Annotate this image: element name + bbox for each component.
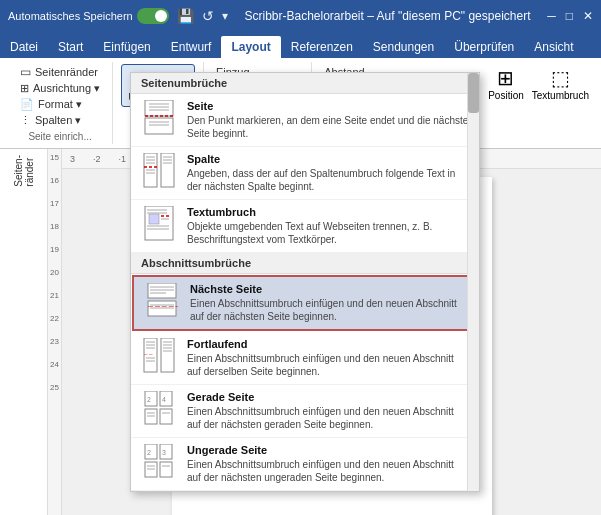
seitenraender-sidebar-icon: Seiten-ränder bbox=[13, 155, 35, 187]
svg-text:4: 4 bbox=[162, 396, 166, 403]
autosave-label: Automatisches Speichern bbox=[8, 10, 133, 22]
window-title: Scribbr-Bachelorarbeit – Auf "diesem PC"… bbox=[236, 9, 540, 23]
close-icon[interactable]: ✕ bbox=[583, 9, 593, 23]
tab-datei[interactable]: Datei bbox=[0, 36, 48, 58]
naechste-seite-title: Nächste Seite bbox=[190, 283, 466, 295]
scrollbar-thumb[interactable] bbox=[468, 73, 479, 113]
spalten-icon: ⋮ bbox=[20, 114, 31, 127]
position-icon: ⊞ bbox=[497, 66, 514, 90]
textumbruch-title: Textumbruch bbox=[187, 206, 469, 218]
vertical-ruler: 15 16 17 18 19 20 21 22 23 24 25 bbox=[48, 149, 62, 515]
svg-text:─ ─ ─ ─ ─: ─ ─ ─ ─ ─ bbox=[147, 303, 178, 310]
spalte-icon bbox=[141, 153, 177, 189]
ribbon-group-seite: ▭ Seitenränder ⊞ Ausrichtung ▾ 📄 Format … bbox=[8, 62, 113, 144]
svg-text:─ ─: ─ ─ bbox=[143, 351, 153, 357]
seitenraender-label: Seitenränder bbox=[35, 66, 98, 78]
undo-icon[interactable]: ↺ bbox=[202, 8, 214, 24]
seite-desc: Den Punkt markieren, an dem eine Seite e… bbox=[187, 114, 469, 140]
seite-title: Seite bbox=[187, 100, 469, 112]
svg-rect-54 bbox=[160, 409, 172, 424]
sidebar-seitenraender[interactable]: Seiten-ränder bbox=[0, 153, 47, 189]
spalte-title: Spalte bbox=[187, 153, 469, 165]
minimize-icon[interactable]: ─ bbox=[547, 9, 556, 23]
ausrichtung-label: Ausrichtung ▾ bbox=[33, 82, 100, 95]
save-icon[interactable]: 💾 bbox=[177, 8, 194, 24]
tab-referenzen[interactable]: Referenzen bbox=[281, 36, 363, 58]
arrange-group: ⊞ Position ⬚ Textumbruch bbox=[484, 62, 593, 105]
textumbruch-btn[interactable]: ⬚ Textumbruch bbox=[532, 66, 589, 101]
dropdown-item-naechste-seite[interactable]: ─ ─ ─ ─ ─ Nächste Seite Einen Abschnitts… bbox=[132, 275, 478, 331]
svg-rect-20 bbox=[149, 214, 159, 224]
tab-start[interactable]: Start bbox=[48, 36, 93, 58]
seitenumbrueche-section-title: Seitenumbrüche bbox=[131, 73, 479, 94]
gerade-seite-icon: 2 4 bbox=[141, 391, 177, 427]
group-label-seite: Seite einrich... bbox=[28, 131, 91, 142]
fortlaufend-title: Fortlaufend bbox=[187, 338, 469, 350]
sidebar: Seiten-ränder bbox=[0, 149, 48, 515]
svg-rect-63 bbox=[160, 462, 172, 477]
umbrueche-dropdown: Seitenumbrüche Seite Den Punkt markieren… bbox=[130, 72, 480, 492]
dropdown-item-spalte[interactable]: Spalte Angeben, dass der auf den Spalten… bbox=[131, 147, 479, 200]
abschnittsumbrueche-section-title: Abschnittsumbrüche bbox=[131, 253, 479, 274]
ausrichtung-btn[interactable]: ⊞ Ausrichtung ▾ bbox=[16, 81, 104, 96]
tab-layout[interactable]: Layout bbox=[221, 36, 280, 58]
tab-ueberpruefen[interactable]: Überprüfen bbox=[444, 36, 524, 58]
autosave-area: Automatisches Speichern bbox=[8, 8, 169, 24]
gerade-seite-text: Gerade Seite Einen Abschnittsumbruch ein… bbox=[187, 391, 469, 431]
svg-rect-0 bbox=[145, 100, 173, 116]
spalte-desc: Angeben, dass der auf den Spaltenumbruch… bbox=[187, 167, 469, 193]
fortlaufend-desc: Einen Abschnittsumbruch einfügen und den… bbox=[187, 352, 469, 378]
textumbruch-icon: ⬚ bbox=[551, 66, 570, 90]
format-label: Format ▾ bbox=[38, 98, 82, 111]
fortlaufend-text: Fortlaufend Einen Abschnittsumbruch einf… bbox=[187, 338, 469, 378]
svg-text:3: 3 bbox=[162, 449, 166, 456]
window-controls: ─ □ ✕ bbox=[547, 9, 593, 23]
svg-text:2: 2 bbox=[147, 449, 151, 456]
maximize-icon[interactable]: □ bbox=[566, 9, 573, 23]
tab-entwurf[interactable]: Entwurf bbox=[161, 36, 222, 58]
tab-ansicht[interactable]: Ansicht bbox=[524, 36, 583, 58]
ausrichtung-icon: ⊞ bbox=[20, 82, 29, 95]
ungerade-seite-desc: Einen Abschnittsumbruch einfügen und den… bbox=[187, 458, 469, 484]
autosave-toggle[interactable] bbox=[137, 8, 169, 24]
dropdown-item-ungerade-seite[interactable]: 2 3 Ungerade Seite Einen Abschnittsumbru… bbox=[131, 438, 479, 491]
customize-icon[interactable]: ▾ bbox=[222, 9, 228, 23]
svg-rect-2 bbox=[145, 118, 173, 134]
fortlaufend-icon: ─ ─ bbox=[141, 338, 177, 374]
textumbruch-desc: Objekte umgebenden Text auf Webseiten tr… bbox=[187, 220, 469, 246]
ribbon-tabs: Datei Start Einfügen Entwurf Layout Refe… bbox=[0, 32, 601, 58]
dropdown-item-gerade-seite[interactable]: 2 4 Gerade Seite Einen Abschnittsumbruch… bbox=[131, 385, 479, 438]
titlebar: Automatisches Speichern 💾 ↺ ▾ Scribbr-Ba… bbox=[0, 0, 601, 32]
seite-text: Seite Den Punkt markieren, an dem eine S… bbox=[187, 100, 469, 140]
spalten-btn[interactable]: ⋮ Spalten ▾ bbox=[16, 113, 104, 128]
dropdown-item-textumbruch[interactable]: Textumbruch Objekte umgebenden Text auf … bbox=[131, 200, 479, 253]
ungerade-seite-text: Ungerade Seite Einen Abschnittsumbruch e… bbox=[187, 444, 469, 484]
format-icon: 📄 bbox=[20, 98, 34, 111]
position-btn[interactable]: ⊞ Position bbox=[488, 66, 524, 101]
svg-rect-36 bbox=[161, 338, 174, 372]
dropdown-item-seite[interactable]: Seite Den Punkt markieren, an dem eine S… bbox=[131, 94, 479, 147]
naechste-seite-desc: Einen Abschnittsumbruch einfügen und den… bbox=[190, 297, 466, 323]
spalte-text: Spalte Angeben, dass der auf den Spalten… bbox=[187, 153, 469, 193]
svg-rect-9 bbox=[161, 153, 174, 187]
gerade-seite-desc: Einen Abschnittsumbruch einfügen und den… bbox=[187, 405, 469, 431]
svg-text:2: 2 bbox=[147, 396, 151, 403]
tab-einfuegen[interactable]: Einfügen bbox=[93, 36, 160, 58]
spalten-label: Spalten ▾ bbox=[35, 114, 81, 127]
gerade-seite-title: Gerade Seite bbox=[187, 391, 469, 403]
textumbruch-page-icon bbox=[141, 206, 177, 242]
seitenraender-icon: ▭ bbox=[20, 65, 31, 79]
format-btn[interactable]: 📄 Format ▾ bbox=[16, 97, 104, 112]
seitenraender-btn[interactable]: ▭ Seitenränder bbox=[16, 64, 104, 80]
ungerade-seite-icon: 2 3 bbox=[141, 444, 177, 480]
dropdown-item-fortlaufend[interactable]: ─ ─ Fortlaufend Einen Abschnittsumbruch … bbox=[131, 332, 479, 385]
tab-sendungen[interactable]: Sendungen bbox=[363, 36, 444, 58]
textumbruch-text: Textumbruch Objekte umgebenden Text auf … bbox=[187, 206, 469, 246]
title-icons: 💾 ↺ ▾ bbox=[177, 8, 228, 24]
naechste-seite-icon: ─ ─ ─ ─ ─ bbox=[144, 283, 180, 319]
naechste-seite-text: Nächste Seite Einen Abschnittsumbruch ei… bbox=[190, 283, 466, 323]
seite-icon bbox=[141, 100, 177, 136]
dropdown-scrollbar[interactable] bbox=[467, 73, 479, 491]
ungerade-seite-title: Ungerade Seite bbox=[187, 444, 469, 456]
